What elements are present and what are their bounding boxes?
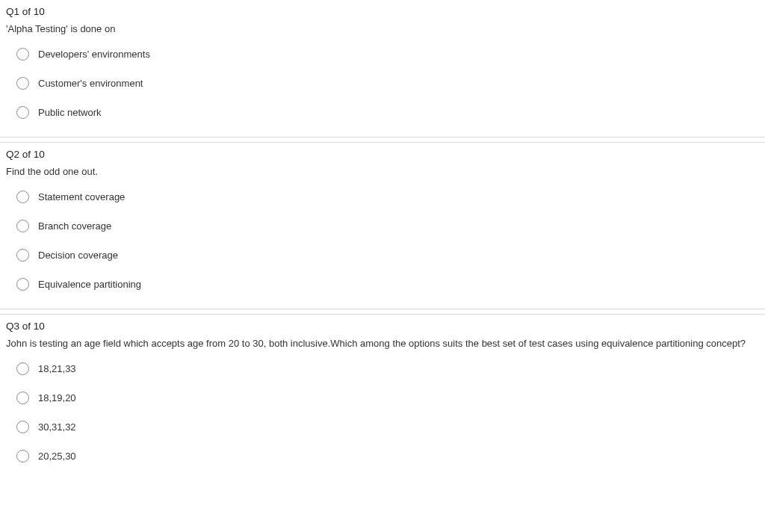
question-header: Q2 of 10 [6, 149, 759, 160]
option-row[interactable]: Branch coverage [16, 220, 759, 232]
option-row[interactable]: Public network [16, 106, 759, 119]
radio-icon[interactable] [16, 191, 29, 203]
options-list: 18,21,33 18,19,20 30,31,32 20,25,30 [6, 362, 759, 463]
radio-icon[interactable] [16, 106, 29, 119]
radio-icon[interactable] [16, 48, 29, 61]
radio-icon[interactable] [16, 220, 29, 232]
option-label: 20,25,30 [38, 451, 76, 462]
question-prompt: 'Alpha Testing' is done on [6, 23, 759, 34]
option-row[interactable]: Decision coverage [16, 249, 759, 262]
option-label: 18,21,33 [38, 363, 76, 374]
option-row[interactable]: 18,21,33 [16, 362, 759, 375]
question-header: Q3 of 10 [6, 321, 759, 332]
option-label: Equivalence partitioning [38, 279, 141, 290]
option-label: Decision coverage [38, 250, 118, 261]
radio-icon[interactable] [16, 249, 29, 262]
question-prompt: John is testing an age field which accep… [6, 338, 759, 349]
question-block-3: Q3 of 10 John is testing an age field wh… [0, 315, 765, 480]
question-prompt: Find the odd one out. [6, 166, 759, 177]
radio-icon[interactable] [16, 450, 29, 463]
divider [0, 309, 765, 315]
option-row[interactable]: Equivalence partitioning [16, 278, 759, 291]
option-label: 30,31,32 [38, 421, 76, 433]
radio-icon[interactable] [16, 421, 29, 433]
radio-icon[interactable] [16, 77, 29, 90]
option-row[interactable]: Statement coverage [16, 191, 759, 203]
option-row[interactable]: 30,31,32 [16, 421, 759, 433]
option-row[interactable]: Customer's environment [16, 77, 759, 90]
options-list: Statement coverage Branch coverage Decis… [6, 191, 759, 291]
option-label: Statement coverage [38, 191, 125, 202]
option-label: 18,19,20 [38, 392, 76, 403]
option-label: Customer's environment [38, 78, 143, 89]
divider [0, 137, 765, 143]
option-row[interactable]: Developers' environments [16, 48, 759, 61]
question-block-2: Q2 of 10 Find the odd one out. Statement… [0, 143, 765, 309]
option-label: Public network [38, 107, 102, 118]
option-row[interactable]: 18,19,20 [16, 392, 759, 404]
radio-icon[interactable] [16, 392, 29, 404]
radio-icon[interactable] [16, 278, 29, 291]
options-list: Developers' environments Customer's envi… [6, 48, 759, 119]
question-header: Q1 of 10 [6, 6, 759, 17]
option-label: Branch coverage [38, 220, 111, 232]
option-row[interactable]: 20,25,30 [16, 450, 759, 463]
question-block-1: Q1 of 10 'Alpha Testing' is done on Deve… [0, 0, 765, 137]
option-label: Developers' environments [38, 49, 150, 60]
radio-icon[interactable] [16, 362, 29, 375]
